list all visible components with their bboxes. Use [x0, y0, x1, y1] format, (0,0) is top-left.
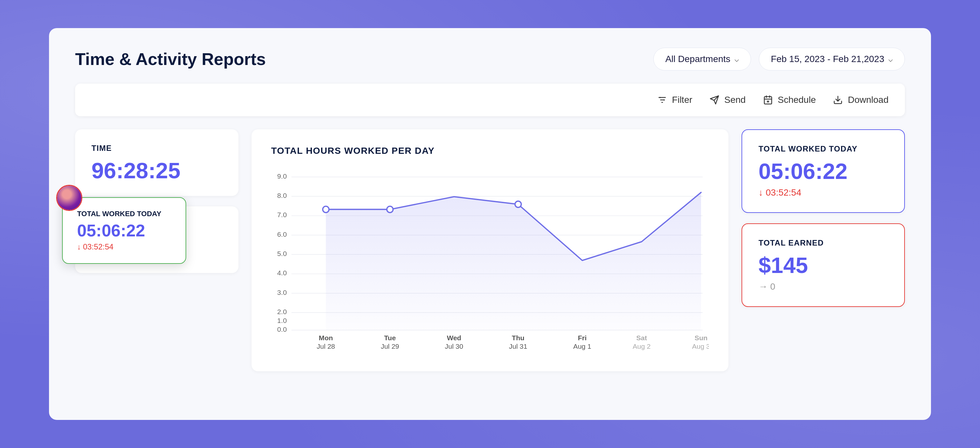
schedule-button[interactable]: Schedule — [762, 94, 816, 106]
floating-tooltip-card: TOTAL WORKED TODAY 05:06:22 ↓ 03:52:54 — [62, 197, 186, 264]
svg-text:Mon: Mon — [319, 334, 333, 342]
svg-text:6.0: 6.0 — [277, 230, 287, 238]
svg-text:Aug 2: Aug 2 — [633, 343, 651, 350]
datapoint-tue — [387, 207, 393, 213]
svg-text:5.0: 5.0 — [277, 250, 287, 257]
svg-text:Tue: Tue — [384, 334, 396, 342]
content-area: TIME 96:28:25 AVG ACTIVITY 91% TOTAL WOR… — [75, 129, 905, 371]
header: Time & Activity Reports All Departments … — [75, 48, 905, 70]
chevron-down-icon: ⌵ — [888, 54, 893, 64]
svg-text:Jul 31: Jul 31 — [509, 343, 527, 350]
schedule-icon — [762, 94, 774, 106]
date-dropdown[interactable]: Feb 15, 2023 - Feb 21,2023 ⌵ — [759, 48, 905, 70]
total-worked-today-value: 05:06:22 — [759, 160, 888, 182]
chart-title: TOTAL HOURS WORKED PER DAY — [271, 146, 709, 156]
arrow-down-icon: ↓ — [759, 187, 763, 198]
total-earned-label: TOTAL EARNED — [759, 238, 888, 248]
floating-card-label: TOTAL WORKED TODAY — [77, 210, 171, 218]
total-earned-sub: → 0 — [759, 281, 888, 292]
total-earned-card: TOTAL EARNED $145 → 0 — [741, 223, 905, 307]
right-stats-column: TOTAL WORKED TODAY 05:06:22 ↓ 03:52:54 T… — [741, 129, 905, 307]
main-card: Time & Activity Reports All Departments … — [49, 28, 931, 420]
svg-text:3.0: 3.0 — [277, 289, 287, 296]
total-worked-today-card: TOTAL WORKED TODAY 05:06:22 ↓ 03:52:54 — [741, 129, 905, 213]
svg-text:Thu: Thu — [512, 334, 525, 342]
svg-point-4 — [663, 99, 665, 100]
svg-text:Wed: Wed — [447, 334, 461, 342]
svg-text:0.0: 0.0 — [277, 326, 287, 333]
send-button[interactable]: Send — [708, 94, 745, 106]
svg-text:7.0: 7.0 — [277, 211, 287, 218]
floating-card-sub: ↓ 03:52:54 — [77, 242, 171, 251]
chart-svg-wrapper: 9.0 8.0 7.0 6.0 5.0 4.0 3.0 2.0 1.0 0.0 — [271, 169, 709, 352]
total-earned-value: $145 — [759, 254, 888, 276]
chevron-down-icon: ⌵ — [734, 54, 739, 64]
filter-icon — [656, 94, 668, 106]
department-dropdown[interactable]: All Departments ⌵ — [653, 48, 751, 70]
svg-text:Aug 1: Aug 1 — [573, 343, 591, 350]
chart-area: TOTAL HOURS WORKED PER DAY 9.0 8.0 7.0 6… — [251, 129, 729, 371]
left-stats-column: TIME 96:28:25 AVG ACTIVITY 91% TOTAL WOR… — [75, 129, 239, 297]
svg-point-3 — [660, 97, 661, 98]
svg-text:1.0: 1.0 — [277, 317, 287, 324]
line-chart: 9.0 8.0 7.0 6.0 5.0 4.0 3.0 2.0 1.0 0.0 — [271, 169, 709, 350]
download-button[interactable]: Download — [832, 94, 889, 106]
total-worked-today-label: TOTAL WORKED TODAY — [759, 145, 888, 154]
total-worked-today-sub: ↓ 03:52:54 — [759, 187, 888, 198]
svg-text:8.0: 8.0 — [277, 192, 287, 199]
svg-text:Jul 28: Jul 28 — [317, 343, 335, 350]
svg-text:Sun: Sun — [695, 334, 708, 342]
svg-text:Sat: Sat — [636, 334, 647, 342]
arrow-right-icon: → 0 — [759, 281, 775, 292]
floating-card-value: 05:06:22 — [77, 222, 171, 239]
svg-text:Aug 3: Aug 3 — [692, 343, 709, 350]
filter-button[interactable]: Filter — [656, 94, 692, 106]
svg-text:Jul 29: Jul 29 — [381, 343, 399, 350]
svg-text:2.0: 2.0 — [277, 308, 287, 315]
datapoint-thu — [515, 201, 521, 207]
svg-text:Jul 30: Jul 30 — [445, 343, 463, 350]
page-title: Time & Activity Reports — [75, 49, 266, 69]
arrow-down-icon: ↓ — [77, 242, 81, 251]
svg-text:9.0: 9.0 — [277, 172, 287, 180]
header-controls: All Departments ⌵ Feb 15, 2023 - Feb 21,… — [653, 48, 905, 70]
datapoint-mon — [323, 207, 329, 213]
toolbar: Filter Send Schedule — [75, 84, 905, 116]
svg-text:4.0: 4.0 — [277, 269, 287, 276]
avatar — [56, 185, 82, 211]
time-card: TIME 96:28:25 — [75, 129, 239, 196]
download-icon — [832, 94, 844, 106]
chart-fill-area — [326, 192, 702, 330]
time-value: 96:28:25 — [91, 159, 222, 181]
time-label: TIME — [91, 144, 222, 153]
send-icon — [708, 94, 720, 106]
svg-text:Fri: Fri — [578, 334, 587, 342]
